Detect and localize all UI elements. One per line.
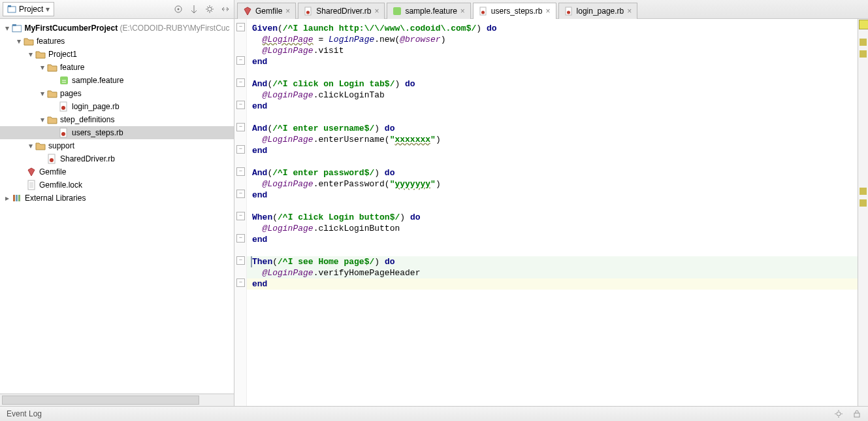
editor-gutter[interactable]: − − − − − − − − − − − − (234, 19, 247, 406)
scrollbar-thumb[interactable] (2, 396, 199, 405)
tab-users-steps[interactable]: users_steps.rb × (473, 3, 556, 19)
tree-node-sample-feature[interactable]: sample.feature (72, 76, 123, 85)
tab-label: SharedDriver.rb (316, 7, 371, 16)
svg-rect-15 (13, 195, 15, 201)
folder-icon (47, 114, 57, 125)
tree-node-gemfile[interactable]: Gemfile (39, 167, 66, 177)
project-path: (E:\CODOID-RUBY\MyFirstCucu (120, 24, 230, 33)
ruby-file-icon (59, 127, 69, 138)
tab-label: Gemfile (255, 7, 282, 16)
collapse-icon[interactable] (221, 5, 230, 14)
ruby-file-icon (564, 7, 573, 16)
tree-node-project1[interactable]: Project1 (48, 50, 77, 59)
chevron-down-icon[interactable]: ▾ (38, 63, 47, 72)
fold-toggle-icon[interactable]: − (236, 190, 245, 198)
editor-marker-bar[interactable] (858, 19, 868, 406)
tree-node-gemfile-lock[interactable]: Gemfile.lock (39, 180, 82, 190)
target-icon[interactable] (174, 5, 183, 14)
svg-rect-0 (8, 7, 16, 12)
tree-node-step-definitions[interactable]: step_definitions (60, 115, 114, 124)
svg-rect-1 (8, 5, 11, 7)
svg-point-25 (837, 412, 841, 416)
close-icon[interactable]: × (285, 7, 290, 15)
warning-marker[interactable] (860, 39, 867, 46)
library-icon (12, 193, 22, 203)
analysis-status-icon[interactable] (859, 20, 868, 29)
tree-node-pages[interactable]: pages (60, 89, 82, 98)
tree-node-features[interactable]: features (37, 37, 65, 46)
warning-marker[interactable] (860, 199, 867, 207)
tab-shared-driver[interactable]: SharedDriver.rb × (298, 3, 385, 19)
tab-label: sample.feature (405, 7, 457, 16)
feature-file-icon (59, 75, 69, 86)
tree-node-login-page[interactable]: login_page.rb (72, 102, 120, 111)
project-name: MyFirstCucumberProject (24, 24, 118, 33)
project-tree[interactable]: ▾ MyFirstCucumberProject (E:\CODOID-RUBY… (0, 19, 234, 394)
svg-point-13 (50, 158, 54, 162)
warning-marker[interactable] (860, 50, 867, 58)
chevron-down-icon[interactable]: ▾ (38, 115, 47, 124)
close-icon[interactable]: × (627, 7, 632, 15)
tab-gemfile[interactable]: Gemfile × (237, 3, 296, 19)
tab-label: users_steps.rb (491, 7, 543, 16)
fold-toggle-icon[interactable]: − (236, 278, 245, 287)
status-event-log[interactable]: Event Log (7, 409, 42, 418)
code-editor[interactable]: Given(/^I launch http:\/\/www\.codoid\.c… (247, 19, 858, 406)
warning-marker[interactable] (860, 188, 867, 195)
svg-rect-17 (18, 195, 20, 201)
ruby-file-icon (304, 7, 313, 16)
ruby-file-icon (479, 7, 488, 16)
fold-toggle-icon[interactable]: − (236, 78, 245, 87)
tree-horizontal-scrollbar[interactable] (0, 394, 234, 406)
tree-node-feature[interactable]: feature (60, 63, 84, 72)
chevron-down-icon[interactable]: ▾ (14, 37, 24, 46)
close-icon[interactable]: × (374, 7, 379, 15)
svg-rect-5 (12, 25, 22, 32)
svg-point-22 (481, 11, 485, 14)
fold-toggle-icon[interactable]: − (236, 23, 245, 31)
tree-node-shared-driver[interactable]: SharedDriver.rb (60, 154, 115, 163)
feature-file-icon (393, 7, 402, 16)
gem-file-icon (26, 167, 37, 177)
settings-icon[interactable] (205, 5, 214, 14)
svg-rect-16 (16, 195, 18, 201)
close-icon[interactable]: × (460, 7, 465, 15)
fold-toggle-icon[interactable]: − (236, 101, 245, 109)
ruby-file-icon (59, 101, 69, 112)
chevron-down-icon[interactable]: ▾ (38, 89, 47, 98)
svg-point-4 (208, 7, 212, 11)
fold-toggle-icon[interactable]: − (236, 145, 245, 154)
autoscroll-icon[interactable] (189, 5, 199, 14)
gear-icon[interactable] (834, 409, 843, 418)
tree-node-users-steps: users_steps.rb (72, 128, 123, 137)
tab-sample-feature[interactable]: sample.feature × (387, 3, 470, 19)
chevron-down-icon[interactable]: ▾ (3, 24, 12, 33)
fold-toggle-icon[interactable]: − (236, 212, 245, 220)
tab-login-page[interactable]: login_page.rb × (558, 3, 638, 19)
tree-node-users-steps-row[interactable]: users_steps.rb (0, 126, 234, 139)
fold-toggle-icon[interactable]: − (236, 167, 245, 176)
fold-toggle-icon[interactable]: − (236, 256, 245, 265)
tree-node-support[interactable]: support (48, 141, 74, 150)
fold-toggle-icon[interactable]: − (236, 123, 245, 131)
fold-toggle-icon[interactable]: − (236, 56, 245, 65)
svg-point-3 (178, 8, 180, 10)
chevron-right-icon[interactable]: ▸ (3, 194, 12, 203)
lock-icon[interactable] (852, 409, 861, 418)
project-toolbar: Project ▾ (0, 0, 234, 19)
chevron-down-icon: ▾ (46, 5, 50, 14)
close-icon[interactable]: × (546, 7, 551, 15)
chevron-down-icon[interactable]: ▾ (26, 141, 35, 150)
folder-icon (24, 36, 34, 46)
svg-point-19 (306, 11, 310, 14)
folder-icon (47, 62, 57, 73)
editor-tab-bar: Gemfile × SharedDriver.rb × sample.featu… (234, 0, 868, 19)
project-view-combo[interactable]: Project ▾ (3, 2, 54, 16)
chevron-down-icon[interactable]: ▾ (26, 50, 35, 59)
svg-point-11 (61, 132, 65, 136)
tree-node-external-libraries[interactable]: External Libraries (25, 194, 86, 203)
fold-toggle-icon[interactable]: − (236, 234, 245, 243)
gem-file-icon (243, 7, 252, 16)
project-view-label: Project (19, 5, 43, 14)
svg-point-9 (61, 106, 65, 110)
